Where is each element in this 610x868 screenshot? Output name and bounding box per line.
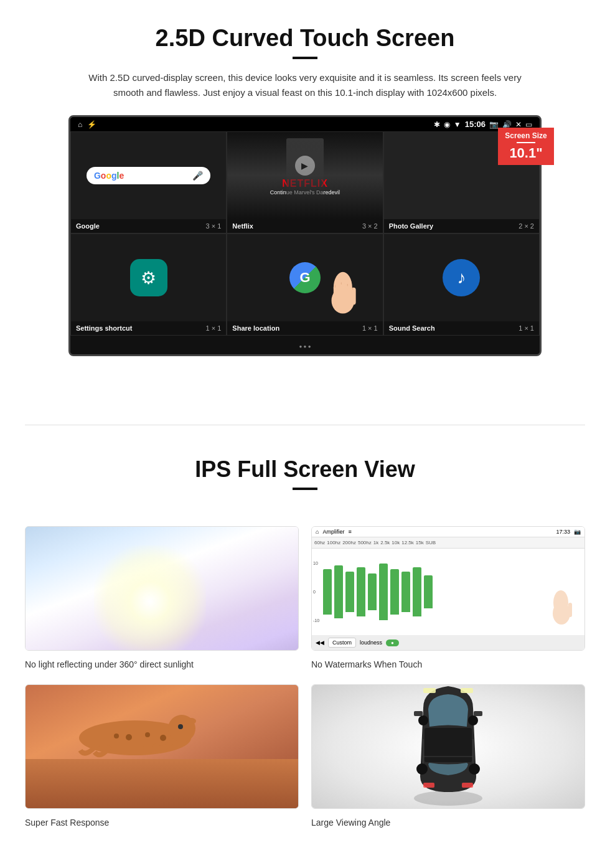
ground bbox=[26, 759, 298, 808]
amp-back-icon: ◀◀ bbox=[316, 639, 324, 646]
svg-point-23 bbox=[114, 734, 119, 738]
ips-screen-section: IPS Full Screen View bbox=[0, 438, 610, 514]
amp-time: 17:33 bbox=[556, 529, 570, 535]
sun-glow bbox=[94, 545, 206, 650]
feature-car: Large Viewing Angle bbox=[311, 684, 585, 830]
google-app-name: Google bbox=[76, 222, 100, 230]
amp-eq-icon: ≡ bbox=[348, 529, 351, 535]
features-grid: No light reflecting under 360° direct su… bbox=[0, 514, 610, 842]
amp-bar-3 bbox=[345, 572, 354, 613]
sunlight-image bbox=[25, 526, 299, 651]
hand-overlay bbox=[321, 259, 370, 321]
device-screen: ⌂ ⚡ ✱ ◉ ▼ 15:06 📷 🔊 ✕ ▭ bbox=[68, 115, 542, 356]
google-label-row: Google 3 × 1 bbox=[71, 219, 226, 233]
amplifier-visual: ⌂ Amplifier ≡ 17:33 📷 60hz100hz200hz500h… bbox=[312, 527, 584, 650]
amp-camera-icon: 📷 bbox=[574, 529, 581, 535]
cheetah-body bbox=[67, 710, 204, 766]
amp-freq-labels: 60hz100hz200hz500hz1k2.5k10k12.5k15kSUB bbox=[312, 537, 584, 549]
settings-app-area: ⚙ bbox=[71, 234, 226, 321]
amp-home-icon: ⌂ bbox=[316, 529, 319, 535]
app-sound-search[interactable]: ♪ Sound Search 1 × 1 bbox=[383, 234, 540, 336]
settings-app-size: 1 × 1 bbox=[206, 324, 222, 332]
ips-screen-title: IPS Full Screen View bbox=[25, 456, 585, 483]
svg-point-36 bbox=[468, 715, 478, 725]
curved-screen-section: 2.5D Curved Touch Screen With 2.5D curve… bbox=[0, 0, 610, 412]
car-caption: Large Viewing Angle bbox=[311, 815, 585, 830]
photo-app-size: 2 × 2 bbox=[518, 222, 534, 230]
photo-label-row: Photo Gallery 2 × 2 bbox=[384, 219, 539, 233]
status-left: ⌂ ⚡ bbox=[78, 120, 96, 129]
app-google[interactable]: Google 🎤 Google 3 × 1 bbox=[70, 131, 227, 234]
svg-point-37 bbox=[416, 763, 428, 775]
title-divider bbox=[293, 57, 317, 59]
amp-title: Amplifier bbox=[322, 529, 344, 535]
music-note-icon: ♪ bbox=[443, 259, 480, 296]
curved-screen-title: 2.5D Curved Touch Screen bbox=[37, 25, 573, 52]
settings-label-row: Settings shortcut 1 × 1 bbox=[71, 321, 226, 335]
sunlight-caption: No light reflecting under 360° direct su… bbox=[25, 657, 299, 672]
amp-bars bbox=[323, 551, 581, 633]
device-wrapper: Screen Size 10.1" ⌂ ⚡ ✱ ◉ ▼ 15:06 bbox=[68, 115, 542, 356]
gear-icon: ⚙ bbox=[141, 268, 156, 288]
touch-hand-amp bbox=[547, 581, 578, 632]
sound-app-size: 1 × 1 bbox=[518, 324, 534, 332]
badge-divider bbox=[517, 142, 535, 143]
amp-y-labels: 100-10 bbox=[312, 549, 321, 635]
google-app-area: Google 🎤 bbox=[71, 132, 226, 219]
device-statusbar: ⌂ ⚡ ✱ ◉ ▼ 15:06 📷 🔊 ✕ ▭ bbox=[70, 117, 540, 131]
netflix-app-size: 3 × 2 bbox=[362, 222, 378, 230]
amp-bar-7 bbox=[390, 569, 399, 614]
amp-bar-5 bbox=[368, 573, 377, 610]
sound-label-row: Sound Search 1 × 1 bbox=[384, 321, 539, 335]
feature-amplifier: ⌂ Amplifier ≡ 17:33 📷 60hz100hz200hz500h… bbox=[311, 526, 585, 672]
svg-rect-30 bbox=[423, 783, 434, 788]
app-share-location[interactable]: G bbox=[227, 234, 383, 336]
sunlight-visual bbox=[26, 527, 298, 650]
amp-bar-1 bbox=[323, 569, 332, 614]
google-app-size: 3 × 1 bbox=[206, 222, 222, 230]
home-icon[interactable]: ⌂ bbox=[78, 120, 82, 129]
amp-loudness-label: loudness bbox=[360, 639, 382, 646]
svg-point-18 bbox=[186, 718, 196, 724]
badge-size: 10.1" bbox=[504, 145, 548, 161]
device-container: Screen Size 10.1" ⌂ ⚡ ✱ ◉ ▼ 15:06 bbox=[37, 115, 573, 356]
photo-app-name: Photo Gallery bbox=[389, 222, 434, 230]
google-search-bar[interactable]: Google 🎤 bbox=[87, 167, 210, 184]
svg-rect-28 bbox=[423, 688, 436, 693]
share-label-row: Share location 1 × 1 bbox=[227, 321, 382, 335]
svg-rect-25 bbox=[425, 728, 472, 762]
netflix-content: ▶ NETFLIX Continue Marvel's Daredevil bbox=[227, 132, 382, 219]
curved-screen-description: With 2.5D curved-display screen, this de… bbox=[87, 70, 523, 100]
svg-rect-29 bbox=[461, 688, 473, 693]
svg-point-20 bbox=[160, 735, 166, 741]
amp-bar-2 bbox=[334, 565, 343, 618]
cheetah-visual bbox=[26, 685, 298, 808]
pagination-dots: ● ● ● bbox=[70, 336, 540, 354]
share-app-area: G bbox=[227, 234, 382, 321]
car-image bbox=[311, 684, 585, 809]
amp-bar-10 bbox=[424, 575, 433, 608]
share-app-size: 1 × 1 bbox=[362, 324, 378, 332]
amp-footer: ◀◀ Custom loudness ● bbox=[312, 635, 584, 650]
amplifier-caption: No Watermarks When Touch bbox=[311, 657, 585, 672]
bluetooth-icon: ✱ bbox=[434, 120, 440, 129]
app-settings[interactable]: ⚙ Settings shortcut 1 × 1 bbox=[70, 234, 227, 336]
ips-title-divider bbox=[293, 488, 317, 490]
usb-icon: ⚡ bbox=[87, 120, 96, 129]
amp-custom-btn[interactable]: Custom bbox=[328, 638, 356, 648]
amp-header: ⌂ Amplifier ≡ 17:33 📷 bbox=[312, 527, 584, 537]
google-mic-icon[interactable]: 🎤 bbox=[192, 171, 203, 181]
wifi-icon: ▼ bbox=[454, 120, 461, 129]
amp-toggle[interactable]: ● bbox=[386, 639, 399, 646]
svg-point-38 bbox=[469, 763, 480, 775]
amplifier-image: ⌂ Amplifier ≡ 17:33 📷 60hz100hz200hz500h… bbox=[311, 526, 585, 651]
svg-point-22 bbox=[126, 734, 132, 740]
amp-bar-8 bbox=[401, 572, 410, 613]
amp-bar-9 bbox=[413, 567, 421, 616]
svg-point-21 bbox=[145, 732, 150, 737]
status-time: 15:06 bbox=[465, 120, 486, 129]
app-netflix[interactable]: ▶ NETFLIX Continue Marvel's Daredevil Ne… bbox=[227, 131, 383, 234]
netflix-bg-figure bbox=[286, 138, 324, 200]
settings-app-name: Settings shortcut bbox=[76, 324, 132, 332]
badge-label: Screen Size bbox=[504, 131, 548, 140]
